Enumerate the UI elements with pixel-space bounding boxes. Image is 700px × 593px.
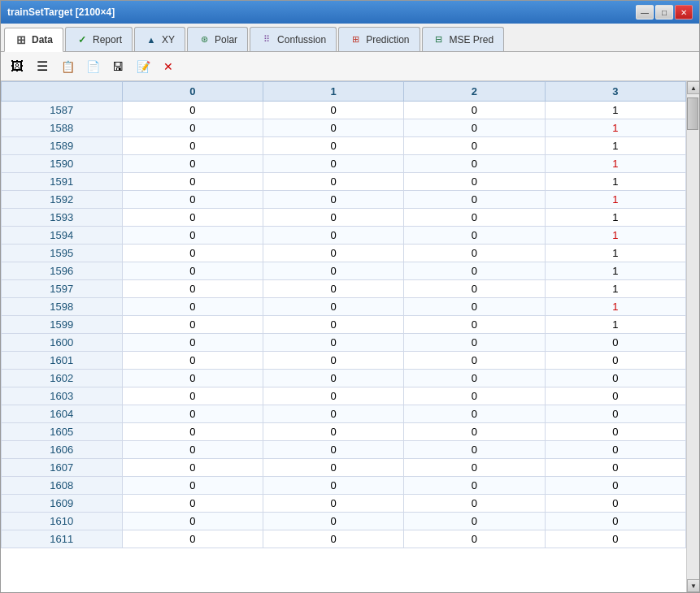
- toolbar: 🖼 ☰ 📋 📄 🖫 📝 ✕: [1, 52, 699, 81]
- cell-col2: 0: [404, 155, 545, 173]
- scroll-track[interactable]: [687, 94, 699, 579]
- cell-col0: 0: [122, 334, 263, 352]
- tab-polar-label: Polar: [215, 34, 237, 45]
- cell-col3: 1: [545, 191, 685, 209]
- vertical-scrollbar[interactable]: ▲ ▼: [686, 81, 699, 592]
- table-body: 1587000115880001158900011590000115910001…: [2, 102, 686, 548]
- tab-mse-pred[interactable]: ⊟ MSE Pred: [422, 27, 505, 51]
- scroll-down-button[interactable]: ▼: [687, 579, 699, 592]
- table-container[interactable]: 0 1 2 3 15870001158800011589000115900001…: [1, 81, 686, 592]
- cell-col1: 0: [263, 334, 403, 352]
- cell-col2: 0: [404, 119, 545, 137]
- cell-col0: 0: [122, 387, 263, 405]
- table-row: 15950001: [2, 245, 686, 262]
- cell-col3: 0: [545, 495, 685, 513]
- cell-col3: 1: [545, 119, 685, 137]
- table-row: 15880001: [2, 119, 686, 137]
- cell-col1: 0: [263, 530, 403, 548]
- cell-col2: 0: [404, 405, 545, 423]
- cell-col0: 0: [122, 102, 263, 119]
- table-row: 15960001: [2, 262, 686, 280]
- cell-col2: 0: [404, 102, 545, 119]
- cell-col3: 1: [545, 298, 685, 316]
- cell-col1: 0: [263, 495, 403, 513]
- tab-confussion-label: Confussion: [277, 34, 326, 45]
- check-icon: ✓: [76, 33, 89, 46]
- copy-button[interactable]: 📄: [81, 56, 104, 77]
- table-row: 16000000: [2, 334, 686, 352]
- cell-col3: 0: [545, 334, 685, 352]
- row-index: 1610: [2, 513, 123, 530]
- cell-col1: 0: [263, 459, 403, 477]
- maximize-button[interactable]: □: [655, 5, 673, 19]
- clear-button[interactable]: 📝: [132, 56, 154, 77]
- table-row: 16060000: [2, 441, 686, 459]
- cell-col0: 0: [122, 441, 263, 459]
- cell-col2: 0: [404, 495, 545, 513]
- table-row: 16050000: [2, 423, 686, 441]
- cell-col0: 0: [122, 280, 263, 298]
- cell-col3: 1: [545, 316, 685, 334]
- col-header-index: [2, 82, 123, 102]
- cell-col3: 1: [545, 137, 685, 155]
- table-row: 16110000: [2, 530, 686, 548]
- col-header-3: 3: [545, 82, 685, 102]
- tab-prediction[interactable]: ⊞ Prediction: [338, 27, 420, 51]
- cell-col1: 0: [263, 280, 403, 298]
- cell-col0: 0: [122, 137, 263, 155]
- cell-col2: 0: [404, 387, 545, 405]
- tab-mse-pred-label: MSE Pred: [450, 34, 494, 45]
- tab-data[interactable]: ⊞ Data: [4, 28, 63, 52]
- minimize-button[interactable]: —: [636, 5, 654, 19]
- cell-col0: 0: [122, 227, 263, 245]
- cell-col1: 0: [263, 423, 403, 441]
- cell-col1: 0: [263, 227, 403, 245]
- cell-col1: 0: [263, 262, 403, 280]
- open-button[interactable]: 🖼: [6, 56, 28, 77]
- row-index: 1609: [2, 495, 123, 513]
- list-button[interactable]: ☰: [31, 56, 54, 77]
- delete-button[interactable]: 📋: [56, 56, 79, 77]
- tab-polar[interactable]: ⊛ Polar: [187, 27, 248, 51]
- cell-col1: 0: [263, 477, 403, 495]
- save-button[interactable]: 🖫: [107, 56, 129, 77]
- tab-report[interactable]: ✓ Report: [65, 27, 133, 51]
- cell-col1: 0: [263, 316, 403, 334]
- table-row: 16010000: [2, 352, 686, 370]
- table-row: 16100000: [2, 513, 686, 530]
- cell-col2: 0: [404, 191, 545, 209]
- tab-confussion[interactable]: ⠿ Confussion: [250, 27, 337, 51]
- cell-col3: 0: [545, 530, 685, 548]
- polar-icon: ⊛: [198, 33, 211, 46]
- cell-col1: 0: [263, 102, 403, 119]
- row-index: 1600: [2, 334, 123, 352]
- cell-col2: 0: [404, 316, 545, 334]
- scroll-up-button[interactable]: ▲: [687, 81, 699, 94]
- table-row: 15900001: [2, 155, 686, 173]
- delete-icon: 📋: [61, 60, 75, 73]
- scroll-thumb[interactable]: [687, 97, 698, 130]
- row-index: 1589: [2, 137, 123, 155]
- remove-button[interactable]: ✕: [157, 56, 180, 77]
- table-row: 15920001: [2, 191, 686, 209]
- tab-xy[interactable]: ▲ XY: [134, 27, 185, 51]
- cell-col3: 1: [545, 102, 685, 119]
- row-index: 1587: [2, 102, 123, 119]
- cell-col0: 0: [122, 477, 263, 495]
- row-index: 1591: [2, 173, 123, 191]
- cell-col0: 0: [122, 530, 263, 548]
- table-row: 15970001: [2, 280, 686, 298]
- cell-col1: 0: [263, 370, 403, 387]
- conf-icon: ⠿: [260, 33, 273, 46]
- close-button[interactable]: ✕: [675, 5, 693, 19]
- cell-col3: 1: [545, 173, 685, 191]
- cell-col2: 0: [404, 209, 545, 227]
- col-header-0: 0: [122, 82, 263, 102]
- remove-icon: ✕: [163, 60, 173, 73]
- col-header-2: 2: [404, 82, 545, 102]
- cell-col0: 0: [122, 191, 263, 209]
- cell-col1: 0: [263, 405, 403, 423]
- cell-col3: 0: [545, 370, 685, 387]
- cell-col1: 0: [263, 173, 403, 191]
- cell-col2: 0: [404, 280, 545, 298]
